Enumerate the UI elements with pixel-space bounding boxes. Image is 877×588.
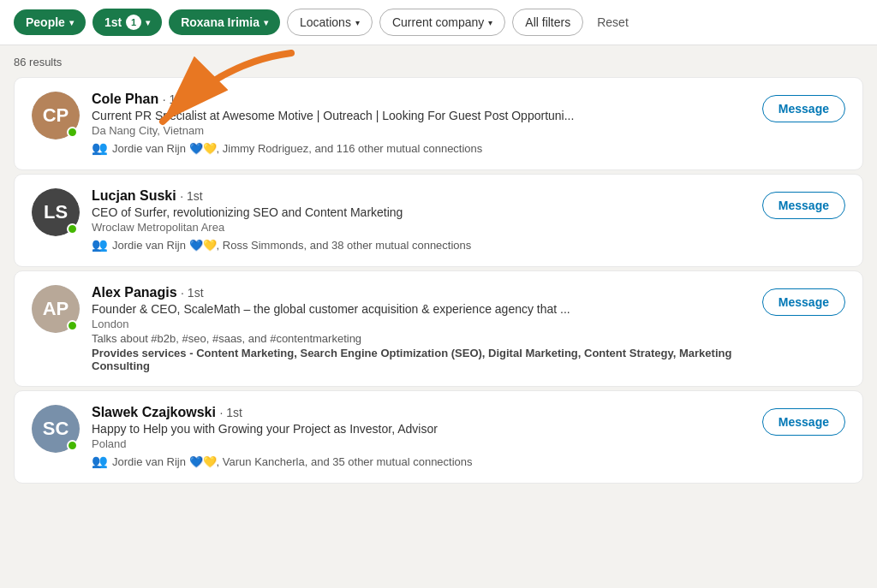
person-card-alex-panagis: AP Alex Panagis · 1st Founder & CEO, Sca… [14,270,863,387]
mutual-connections: 👥 Jordie van Rijn 💙💛, Ross Simmonds, and… [92,237,762,252]
person-name-line: Slawek Czajkowski · 1st [92,405,762,420]
online-indicator [67,320,78,331]
current-company-label: Current company [392,15,484,29]
degree-badge: · 1st [181,286,203,300]
online-indicator [67,440,78,451]
first-degree-badge: 1 [126,15,141,30]
degree-badge: · 1st [219,406,242,419]
people-chevron: ▾ [69,18,74,27]
person-title: Current PR Specialist at Awesome Motive … [92,109,762,122]
current-company-filter-button[interactable]: Current company ▾ [379,9,505,36]
mutual-icon: 👥 [92,237,108,252]
name-filter-label: Roxana Irimia [181,15,260,29]
person-location: Da Nang City, Vietnam [92,124,762,137]
person-title: Happy to Help you with Growing your Proj… [92,422,762,436]
person-title: Founder & CEO, ScaleMath – the global cu… [92,302,762,316]
locations-filter-button[interactable]: Locations ▾ [287,9,373,36]
person-info: Lucjan Suski · 1st CEO of Surfer, revolu… [92,188,762,252]
mutual-connections: 👥 Jordie van Rijn 💙💛, Jimmy Rodriguez, a… [92,140,762,156]
avatar-wrap: CP [32,92,80,140]
card-left: AP Alex Panagis · 1st Founder & CEO, Sca… [32,285,762,372]
people-list: CP Cole Phan · 1st Current PR Specialist… [14,77,863,484]
mutual-text: Jordie van Rijn 💙💛, Ross Simmonds, and 3… [112,239,471,252]
avatar-wrap: SC [32,405,80,453]
person-title: CEO of Surfer, revolutionizing SEO and C… [92,205,762,219]
mutual-icon: 👥 [92,454,108,469]
results-area: 86 results CP Cole Phan · 1st Current PR… [0,45,877,497]
person-info: Cole Phan · 1st Current PR Specialist at… [92,92,762,156]
card-left: LS Lucjan Suski · 1st CEO of Surfer, rev… [32,188,762,252]
person-name[interactable]: Slawek Czajkowski [92,405,216,419]
locations-chevron: ▾ [355,18,360,27]
name-filter-button[interactable]: Roxana Irimia ▾ [169,9,280,35]
person-location: Poland [92,437,762,450]
message-button[interactable]: Message [762,408,845,436]
card-left: SC Slawek Czajkowski · 1st Happy to Help… [32,405,762,469]
mutual-text: Jordie van Rijn 💙💛, Jimmy Rodriguez, and… [112,142,482,155]
first-degree-filter-button[interactable]: 1st 1 ▾ [92,9,162,36]
person-name[interactable]: Cole Phan [92,92,158,106]
person-card-lucjan-suski: LS Lucjan Suski · 1st CEO of Surfer, rev… [14,174,863,267]
mutual-icon: 👥 [92,140,108,156]
degree-badge: · 1st [180,189,202,203]
mutual-text: Jordie van Rijn 💙💛, Varun Kancherla, and… [112,455,473,468]
provides-services: Provides services - Content Marketing, S… [92,347,762,372]
online-indicator [67,127,78,138]
person-name-line: Alex Panagis · 1st [92,285,762,300]
person-card-cole-phan: CP Cole Phan · 1st Current PR Specialist… [14,77,863,170]
online-indicator [67,223,78,235]
people-label: People [26,15,65,29]
people-filter-button[interactable]: People ▾ [14,9,86,35]
talks-about: Talks about #b2b, #seo, #saas, and #cont… [92,332,762,345]
person-name-line: Lucjan Suski · 1st [92,188,762,204]
mutual-connections: 👥 Jordie van Rijn 💙💛, Varun Kancherla, a… [92,454,762,469]
locations-label: Locations [300,15,351,29]
person-name-line: Cole Phan · 1st [92,92,762,107]
results-count: 86 results [14,56,863,68]
message-button[interactable]: Message [762,192,845,219]
person-info: Slawek Czajkowski · 1st Happy to Help yo… [92,405,762,469]
all-filters-label: All filters [525,15,570,29]
card-left: CP Cole Phan · 1st Current PR Specialist… [32,92,762,156]
reset-label: Reset [597,15,629,29]
avatar-wrap: AP [32,285,80,333]
current-company-chevron: ▾ [488,18,492,27]
first-degree-label: 1st [104,15,122,29]
name-filter-chevron: ▾ [264,18,268,27]
avatar-wrap: LS [32,188,80,236]
person-name[interactable]: Alex Panagis [92,285,177,300]
degree-badge: · 1st [163,92,185,106]
person-card-slawek-czajkowski: SC Slawek Czajkowski · 1st Happy to Help… [14,390,863,484]
message-button[interactable]: Message [762,95,845,122]
person-location: London [92,318,762,330]
filter-bar: People ▾ 1st 1 ▾ Roxana Irimia ▾ Locatio… [0,0,877,45]
message-button[interactable]: Message [762,288,845,316]
person-info: Alex Panagis · 1st Founder & CEO, ScaleM… [92,285,762,372]
all-filters-button[interactable]: All filters [512,9,583,36]
reset-button[interactable]: Reset [590,9,635,35]
person-location: Wroclaw Metropolitan Area [92,221,762,234]
first-degree-chevron: ▾ [146,18,150,27]
person-name[interactable]: Lucjan Suski [92,188,176,203]
